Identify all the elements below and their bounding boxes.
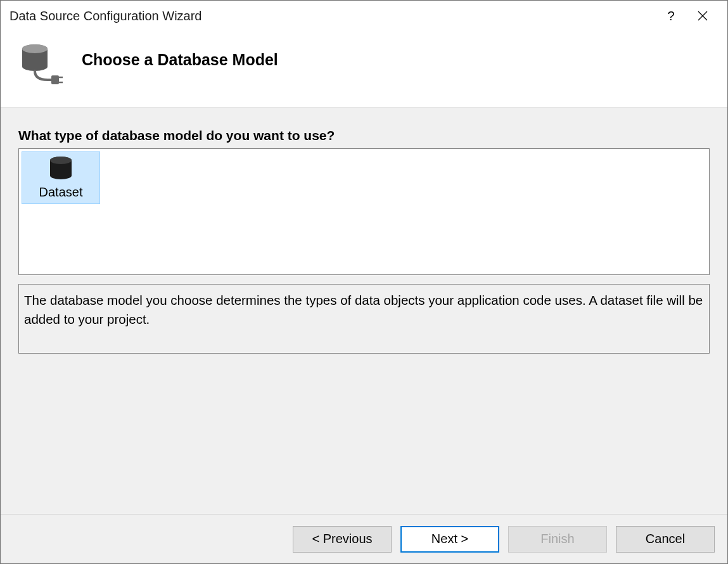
cancel-button[interactable]: Cancel bbox=[616, 526, 715, 553]
close-icon bbox=[698, 11, 708, 21]
help-button[interactable]: ? bbox=[655, 1, 687, 31]
model-list[interactable]: Dataset bbox=[18, 148, 710, 275]
model-question-label: What type of database model do you want … bbox=[18, 128, 710, 143]
close-button[interactable] bbox=[687, 1, 718, 31]
previous-button[interactable]: < Previous bbox=[293, 526, 392, 553]
wizard-footer: < Previous Next > Finish Cancel bbox=[1, 514, 727, 563]
database-icon bbox=[47, 155, 75, 183]
svg-rect-4 bbox=[51, 75, 59, 84]
model-item-label: Dataset bbox=[39, 185, 83, 200]
wizard-step-title: Choose a Database Model bbox=[82, 51, 278, 69]
help-icon: ? bbox=[667, 9, 674, 23]
next-button[interactable]: Next > bbox=[400, 526, 499, 553]
finish-button[interactable]: Finish bbox=[508, 526, 607, 553]
titlebar: Data Source Configuration Wizard ? bbox=[1, 1, 727, 31]
model-item-dataset[interactable]: Dataset bbox=[22, 151, 100, 204]
wizard-window: Data Source Configuration Wizard ? Choos… bbox=[0, 0, 728, 564]
database-plug-icon bbox=[18, 42, 64, 88]
window-title: Data Source Configuration Wizard bbox=[10, 9, 201, 23]
svg-point-3 bbox=[22, 44, 48, 53]
svg-point-8 bbox=[50, 157, 72, 164]
wizard-header: Choose a Database Model bbox=[1, 31, 727, 107]
wizard-body: What type of database model do you want … bbox=[1, 107, 727, 514]
model-description: The database model you choose determines… bbox=[18, 284, 710, 354]
